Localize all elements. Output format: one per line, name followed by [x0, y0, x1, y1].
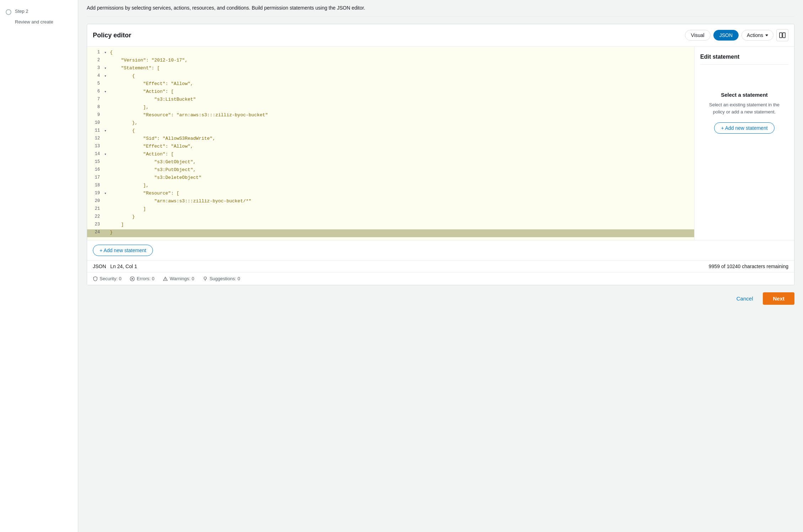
cancel-button[interactable]: Cancel [732, 293, 757, 304]
line-code: }, [110, 120, 138, 126]
sidebar: Step 2 Review and create [0, 0, 78, 532]
actions-dropdown-button[interactable]: Actions [741, 30, 773, 41]
line-code: } [110, 229, 113, 235]
policy-editor-card: Policy editor Visual JSON Actions [87, 24, 794, 285]
fold-arrow [104, 143, 110, 144]
fold-arrow[interactable]: ▾ [104, 89, 110, 94]
line-code: "Resource": [ [110, 190, 179, 196]
svg-point-7 [204, 277, 207, 279]
status-bar: Security: 0 Errors: 0 [87, 272, 794, 285]
editor-body: 1▾{2 "Version": "2012-10-17",3▾ "Stateme… [87, 47, 794, 240]
code-line-15: 15 "s3:GetObject", [87, 159, 694, 167]
code-line-11: 11▾ { [87, 128, 694, 135]
right-panel: Edit statement Select a statement Select… [695, 47, 794, 240]
line-number: 18 [87, 182, 104, 188]
code-editor[interactable]: 1▾{2 "Version": "2012-10-17",3▾ "Stateme… [87, 47, 695, 240]
errors-badge: Errors: 0 [130, 276, 154, 281]
fold-arrow [104, 96, 110, 97]
line-number: 23 [87, 222, 104, 227]
svg-point-6 [165, 280, 166, 280]
fold-arrow [104, 104, 110, 105]
split-view-button[interactable] [776, 29, 788, 41]
fold-arrow[interactable]: ▾ [104, 190, 110, 196]
line-number: 14 [87, 151, 104, 156]
select-stmt-desc: Select an existing statement in the poli… [704, 101, 785, 115]
code-line-5: 5 "Effect": "Allow", [87, 81, 694, 89]
code-line-13: 13 "Effect": "Allow", [87, 143, 694, 151]
warnings-label: Warnings: 0 [170, 276, 194, 281]
code-line-24: 24} [87, 229, 694, 237]
line-number: 3 [87, 65, 104, 70]
add-new-statement-right-button[interactable]: + Add new statement [714, 122, 774, 134]
line-number: 11 [87, 128, 104, 133]
fold-arrow [104, 206, 110, 207]
fold-arrow [104, 229, 110, 230]
line-number: 19 [87, 190, 104, 196]
code-line-23: 23 ] [87, 222, 694, 229]
line-code: "Version": "2012-10-17", [110, 57, 187, 63]
fold-arrow [104, 175, 110, 175]
line-code: "Action": [ [110, 89, 174, 94]
line-number: 10 [87, 120, 104, 125]
code-line-4: 4▾ { [87, 73, 694, 81]
fold-arrow [104, 198, 110, 199]
line-code: ], [110, 182, 149, 188]
warnings-badge: Warnings: 0 [163, 276, 194, 281]
line-code: { [110, 128, 135, 133]
code-line-9: 9 "Resource": "arn:aws:s3:::zilliz-byoc-… [87, 112, 694, 120]
fold-arrow[interactable]: ▾ [104, 151, 110, 156]
split-view-icon [779, 32, 786, 38]
fold-arrow[interactable]: ▾ [104, 73, 110, 78]
fold-arrow [104, 120, 110, 121]
fold-arrow [104, 222, 110, 222]
line-code: "Effect": "Allow", [110, 143, 193, 149]
line-code: } [110, 214, 135, 219]
editor-title: Policy editor [93, 32, 131, 39]
editor-footer: JSON Ln 24, Col 1 9959 of 10240 characte… [87, 260, 794, 272]
line-number: 2 [87, 57, 104, 63]
fold-arrow [104, 214, 110, 214]
errors-label: Errors: 0 [137, 276, 154, 281]
next-button[interactable]: Next [763, 292, 794, 305]
line-code: "Sid": "AllowS3ReadWrite", [110, 135, 215, 141]
fold-arrow[interactable]: ▾ [104, 49, 110, 55]
code-line-21: 21 ] [87, 206, 694, 214]
line-number: 4 [87, 73, 104, 78]
line-code: "Effect": "Allow", [110, 81, 193, 86]
fold-arrow[interactable]: ▾ [104, 65, 110, 70]
json-tab-button[interactable]: JSON [713, 30, 739, 41]
page-footer: Cancel Next [87, 285, 794, 305]
editor-mode-position: JSON Ln 24, Col 1 [93, 264, 137, 269]
sidebar-step2: Step 2 [6, 9, 72, 15]
add-new-statement-bottom-button[interactable]: + Add new statement [93, 245, 153, 256]
line-number: 1 [87, 49, 104, 55]
shield-icon [93, 276, 98, 281]
code-line-22: 22 } [87, 214, 694, 222]
line-number: 17 [87, 175, 104, 180]
fold-arrow[interactable]: ▾ [104, 128, 110, 133]
chars-remaining: 9959 of 10240 characters remaining [709, 264, 788, 269]
step2-sublabel: Review and create [15, 19, 72, 25]
line-code: ] [110, 206, 146, 212]
error-icon [130, 276, 135, 281]
step2-circle [6, 9, 11, 15]
code-line-8: 8 ], [87, 104, 694, 112]
right-panel-title: Edit statement [700, 54, 788, 65]
line-code: ] [110, 222, 124, 227]
line-number: 21 [87, 206, 104, 211]
line-code: "s3:GetObject", [110, 159, 196, 165]
code-line-20: 20 "arn:aws:s3:::zilliz-byoc-bucket/*" [87, 198, 694, 206]
line-code: { [110, 49, 113, 55]
visual-tab-button[interactable]: Visual [685, 30, 711, 41]
code-line-16: 16 "s3:PutObject", [87, 167, 694, 175]
line-code: "s3:ListBucket" [110, 96, 196, 102]
fold-arrow [104, 182, 110, 183]
top-description: Add permissions by selecting services, a… [87, 0, 794, 17]
security-label: Security: 0 [100, 276, 121, 281]
code-line-3: 3▾ "Statement": [ [87, 65, 694, 73]
suggestions-badge: Suggestions: 0 [203, 276, 240, 281]
select-statement-area: Select a statement Select an existing st… [700, 70, 788, 141]
code-line-10: 10 }, [87, 120, 694, 128]
line-code: { [110, 73, 135, 79]
code-line-7: 7 "s3:ListBucket" [87, 96, 694, 104]
